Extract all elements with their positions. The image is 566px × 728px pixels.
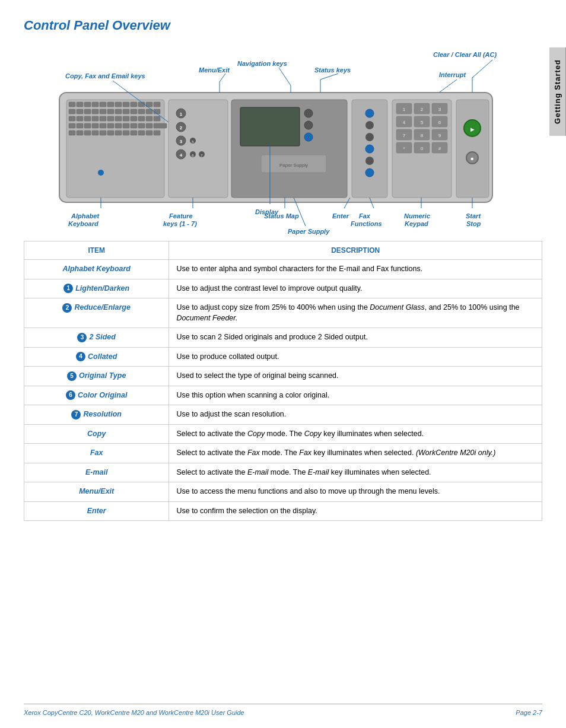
svg-rect-38 bbox=[69, 123, 75, 128]
desc-cell-10: Select to activate the E-mail mode. The … bbox=[169, 463, 542, 482]
item-number-badge: 4 bbox=[76, 352, 85, 361]
item-number-badge: 7 bbox=[71, 410, 81, 419]
svg-rect-27 bbox=[77, 116, 83, 121]
svg-rect-11 bbox=[138, 102, 145, 107]
svg-rect-59 bbox=[138, 131, 145, 135]
svg-text:*: * bbox=[403, 146, 405, 151]
item-cell-7: 7Resolution bbox=[24, 405, 169, 425]
item-cell-2: 2Reduce/Enlarge bbox=[24, 298, 169, 328]
svg-rect-6 bbox=[100, 102, 106, 107]
svg-point-90 bbox=[365, 157, 374, 165]
item-name: Collated bbox=[88, 352, 117, 361]
svg-point-91 bbox=[365, 169, 374, 177]
desc-cell-9: Select to activate the Fax mode. The Fax… bbox=[169, 444, 542, 463]
svg-rect-32 bbox=[115, 116, 122, 121]
item-name: Fax bbox=[90, 449, 103, 457]
svg-point-81 bbox=[304, 121, 313, 129]
svg-text:Interrupt: Interrupt bbox=[439, 71, 467, 78]
svg-rect-15 bbox=[77, 109, 83, 114]
svg-rect-30 bbox=[100, 116, 106, 121]
desc-cell-12: Use to confirm the selection on the disp… bbox=[169, 501, 542, 521]
svg-rect-117 bbox=[456, 100, 489, 198]
svg-rect-41 bbox=[92, 123, 98, 128]
item-name: 2 Sided bbox=[89, 333, 115, 341]
svg-text:3: 3 bbox=[180, 139, 183, 144]
table-row: Menu/ExitUse to access the menu function… bbox=[24, 482, 542, 502]
svg-text:keys (1 - 7): keys (1 - 7) bbox=[163, 220, 197, 227]
svg-rect-31 bbox=[107, 116, 114, 121]
svg-rect-53 bbox=[92, 131, 98, 135]
svg-text:Menu/Exit: Menu/Exit bbox=[199, 66, 230, 74]
svg-rect-39 bbox=[77, 123, 83, 128]
svg-text:1: 1 bbox=[180, 112, 183, 117]
table-row: 2Reduce/EnlargeUse to adjust copy size f… bbox=[24, 298, 542, 328]
svg-rect-34 bbox=[131, 116, 137, 121]
svg-text:Feature: Feature bbox=[169, 212, 193, 220]
item-number-badge: 6 bbox=[66, 390, 75, 400]
svg-rect-36 bbox=[146, 116, 152, 121]
item-cell-6: 6Color Original bbox=[24, 386, 169, 405]
table-row: Alphabet KeyboardUse to enter alpha and … bbox=[24, 260, 542, 279]
item-number-badge: 3 bbox=[77, 333, 87, 342]
svg-rect-26 bbox=[69, 116, 75, 121]
item-name: E-mail bbox=[85, 468, 108, 476]
svg-rect-33 bbox=[123, 116, 129, 121]
desc-cell-1: Use to adjust the contrast level to impr… bbox=[169, 279, 542, 298]
svg-text:6: 6 bbox=[438, 120, 441, 125]
item-name: Alphabet Keyboard bbox=[62, 265, 131, 273]
svg-text:■: ■ bbox=[471, 156, 474, 161]
item-cell-0: Alphabet Keyboard bbox=[24, 260, 169, 279]
svg-rect-28 bbox=[84, 116, 91, 121]
svg-rect-45 bbox=[123, 123, 129, 128]
svg-rect-79 bbox=[240, 107, 300, 146]
svg-rect-50 bbox=[69, 131, 75, 135]
item-cell-1: 1Lighten/Darken bbox=[24, 279, 169, 298]
svg-rect-9 bbox=[123, 102, 129, 107]
desc-cell-4: Use to produce collated output. bbox=[169, 347, 542, 367]
item-name: Color Original bbox=[78, 391, 127, 399]
svg-text:▶: ▶ bbox=[470, 127, 475, 132]
svg-rect-23 bbox=[138, 109, 145, 114]
desc-cell-2: Use to adjust copy size from 25% to 400%… bbox=[169, 298, 542, 328]
svg-rect-17 bbox=[92, 109, 98, 114]
svg-text:Status Map: Status Map bbox=[264, 212, 299, 220]
item-name: Reduce/Enlarge bbox=[74, 303, 130, 311]
table-row: FaxSelect to activate the Fax mode. The … bbox=[24, 444, 542, 463]
svg-text:Keypad: Keypad bbox=[405, 220, 428, 227]
item-cell-8: Copy bbox=[24, 424, 169, 444]
svg-text:Functions: Functions bbox=[351, 220, 382, 227]
item-number-badge: 2 bbox=[62, 303, 72, 313]
svg-line-132 bbox=[320, 74, 338, 80]
svg-point-82 bbox=[304, 133, 313, 141]
page-footer: Xerox CopyCentre C20, WorkCentre M20 and… bbox=[24, 704, 542, 716]
svg-point-80 bbox=[304, 109, 313, 117]
desc-cell-0: Use to enter alpha and symbol characters… bbox=[169, 260, 542, 279]
col-item-header: ITEM bbox=[24, 241, 169, 260]
desc-cell-3: Use to scan 2 Sided originals and produc… bbox=[169, 328, 542, 348]
desc-cell-11: Use to access the menu functions and als… bbox=[169, 482, 542, 502]
svg-rect-51 bbox=[77, 131, 83, 135]
page-title: Control Panel Overview bbox=[24, 18, 542, 33]
item-name: Menu/Exit bbox=[79, 487, 114, 495]
svg-rect-52 bbox=[84, 131, 91, 135]
svg-rect-54 bbox=[100, 131, 106, 135]
table-row: 1Lighten/DarkenUse to adjust the contras… bbox=[24, 279, 542, 298]
svg-rect-55 bbox=[107, 131, 114, 135]
svg-point-86 bbox=[365, 109, 374, 117]
svg-text:1: 1 bbox=[403, 107, 406, 112]
svg-text:Paper Supply: Paper Supply bbox=[279, 163, 308, 168]
svg-rect-22 bbox=[131, 109, 137, 114]
svg-text:Stop: Stop bbox=[466, 220, 481, 227]
svg-rect-21 bbox=[123, 109, 129, 114]
svg-rect-10 bbox=[131, 102, 137, 107]
item-cell-9: Fax bbox=[24, 444, 169, 463]
svg-text:2: 2 bbox=[421, 107, 424, 112]
svg-text:3: 3 bbox=[438, 107, 441, 112]
desc-cell-7: Use to adjust the scan resolution. bbox=[169, 405, 542, 425]
svg-rect-61 bbox=[154, 131, 160, 135]
desc-cell-5: Used to select the type of original bein… bbox=[169, 367, 542, 386]
item-name: Enter bbox=[87, 507, 106, 515]
svg-text:Enter: Enter bbox=[332, 212, 349, 220]
svg-rect-42 bbox=[100, 123, 106, 128]
footer-right: Page 2-7 bbox=[516, 709, 542, 716]
